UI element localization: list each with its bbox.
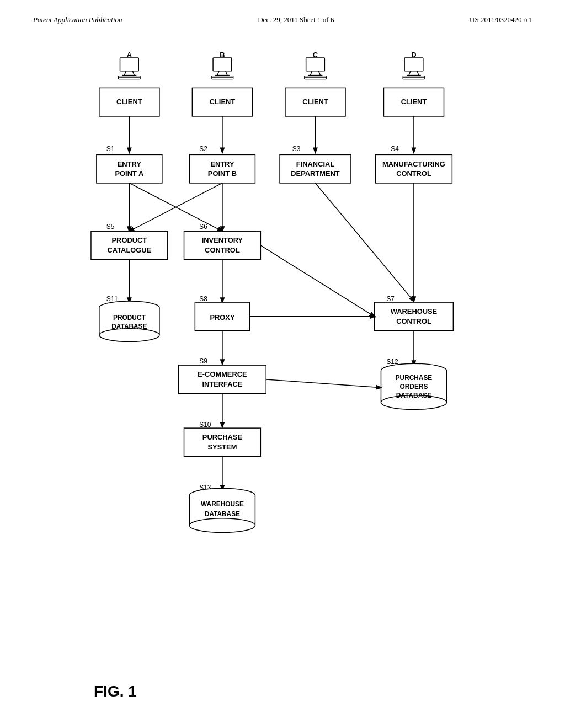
svg-rect-6 xyxy=(213,58,232,71)
entry-A-label-line2: POINT A xyxy=(115,169,143,178)
letter-B-label: B xyxy=(220,51,225,59)
purchase-system-box xyxy=(184,428,261,457)
manufacturing-box xyxy=(376,154,452,183)
step-S6-label: S6 xyxy=(199,223,207,231)
figure-label: FIG. 1 xyxy=(94,683,137,700)
warehouse-control-box xyxy=(375,302,454,331)
entry-A-label-line1: ENTRY xyxy=(118,160,142,168)
computer-B-icon xyxy=(211,58,233,79)
letter-C-label: C xyxy=(313,51,318,59)
svg-rect-0 xyxy=(120,58,139,71)
proxy-label: PROXY xyxy=(210,313,234,322)
purchase-system-label-line1: PURCHASE xyxy=(202,433,243,441)
computer-D-icon xyxy=(403,58,425,79)
svg-line-20 xyxy=(417,71,419,76)
step-S7-label: S7 xyxy=(386,295,395,303)
letter-D-label: D xyxy=(411,51,416,59)
svg-line-8 xyxy=(226,71,227,76)
step-S4-label: S4 xyxy=(391,145,399,153)
financial-label-line2: DEPARTMENT xyxy=(291,169,340,178)
product-catalogue-label-line1: PRODUCT xyxy=(112,236,147,244)
warehouse-control-label-line1: WAREHOUSE xyxy=(391,307,438,315)
warehouse-db-label-line1: WAREHOUSE xyxy=(201,500,244,508)
product-db-label-line1: PRODUCT xyxy=(113,314,146,322)
svg-line-19 xyxy=(409,71,411,76)
svg-line-7 xyxy=(217,71,219,76)
product-db-bottom xyxy=(99,329,159,342)
client-A-label: CLIENT xyxy=(116,98,142,106)
page-header: Patent Application Publication Dec. 29, … xyxy=(0,0,565,24)
computer-C-icon xyxy=(305,58,327,79)
manufacturing-label-line2: CONTROL xyxy=(396,169,431,178)
purchase-orders-db-label-line1: PURCHASE xyxy=(396,374,433,382)
svg-rect-12 xyxy=(306,58,325,71)
financial-box xyxy=(280,154,351,183)
client-C-label: CLIENT xyxy=(302,98,328,106)
entry-B-box xyxy=(189,154,255,183)
product-catalogue-box xyxy=(91,231,168,260)
computer-A-icon xyxy=(119,58,141,79)
client-B-label: CLIENT xyxy=(210,98,236,106)
purchase-system-label-line2: SYSTEM xyxy=(207,443,237,451)
step-S5-label: S5 xyxy=(106,223,115,231)
svg-line-1 xyxy=(124,71,126,76)
step-S2-label: S2 xyxy=(199,145,207,153)
step-S9-label: S9 xyxy=(199,357,207,365)
warehouse-control-label-line2: CONTROL xyxy=(396,317,431,325)
ecommerce-box xyxy=(179,365,266,394)
arrow-financial-warehouseControl xyxy=(315,183,413,301)
entry-A-box xyxy=(97,154,162,183)
step-S1-label: S1 xyxy=(106,145,115,153)
inventory-control-box xyxy=(184,231,261,260)
svg-line-2 xyxy=(132,71,134,76)
warehouse-db-label-line2: DATABASE xyxy=(205,510,240,518)
arrow-ecommerce-purchaseOrdersDb xyxy=(266,379,381,388)
diagram-svg: A B C D CLIENT CLIENT CLIENT CLIENT S1 xyxy=(33,50,532,695)
client-D-label: CLIENT xyxy=(401,98,427,106)
letter-A-label: A xyxy=(127,51,132,59)
financial-label-line1: FINANCIAL xyxy=(296,160,335,168)
step-S10-label: S10 xyxy=(199,421,211,429)
inventory-control-label-line2: CONTROL xyxy=(205,246,240,254)
warehouse-db-bottom xyxy=(189,518,255,533)
product-catalogue-label-line2: CATALOGUE xyxy=(108,246,152,254)
entry-B-label-line1: ENTRY xyxy=(210,160,234,168)
purchase-orders-db-label-line2: ORDERS xyxy=(400,383,428,390)
ecommerce-label-line2: INTERFACE xyxy=(202,380,242,388)
ecommerce-label-line1: E-COMMERCE xyxy=(198,370,247,378)
diagram-area: A B C D CLIENT CLIENT CLIENT CLIENT S1 xyxy=(33,50,532,695)
inventory-control-label-line1: INVENTORY xyxy=(202,236,243,244)
header-left: Patent Application Publication xyxy=(33,15,122,24)
svg-rect-18 xyxy=(404,58,423,71)
step-S8-label: S8 xyxy=(199,295,207,303)
entry-B-label-line2: POINT B xyxy=(208,169,237,178)
svg-line-13 xyxy=(311,71,312,76)
step-S3-label: S3 xyxy=(292,145,301,153)
svg-line-14 xyxy=(318,71,320,76)
page: Patent Application Publication Dec. 29, … xyxy=(0,0,565,728)
purchase-orders-db-label-line3: DATABASE xyxy=(396,392,431,399)
manufacturing-label-line1: MANUFACTURING xyxy=(382,160,445,168)
product-db-label-line2: DATABASE xyxy=(111,323,147,330)
header-right: US 2011/0320420 A1 xyxy=(470,15,532,24)
arrow-inventoryControl-warehouseControl xyxy=(260,245,374,317)
header-center: Dec. 29, 2011 Sheet 1 of 6 xyxy=(258,15,334,24)
